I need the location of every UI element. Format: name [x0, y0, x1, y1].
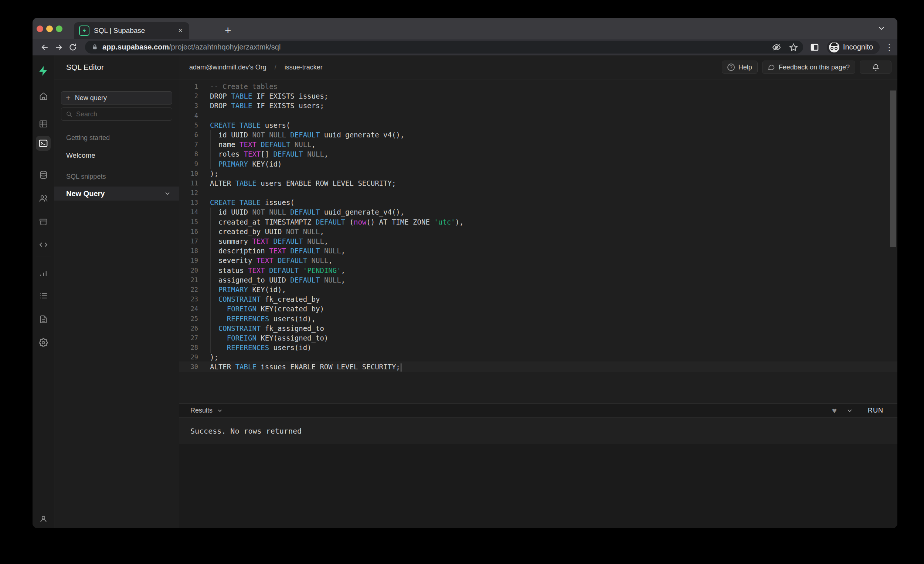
breadcrumb-org[interactable]: adam@windmill.dev's Org — [189, 64, 267, 71]
address-bar[interactable]: app.supabase.com/project/azahtnhqohyjerz… — [85, 40, 803, 54]
sidebar-item-new-query-selected[interactable]: New Query — [54, 187, 179, 200]
code-line[interactable]: 29); — [179, 352, 897, 362]
code-line[interactable]: 18 description TEXT DEFAULT NULL, — [179, 246, 897, 256]
code-line[interactable]: 3DROP TABLE IF EXISTS users; — [179, 101, 897, 111]
code-line[interactable]: 11ALTER TABLE users ENABLE ROW LEVEL SEC… — [179, 178, 897, 188]
sql-code-editor[interactable]: 1-- Create tables2DROP TABLE IF EXISTS i… — [179, 79, 897, 403]
reload-button[interactable] — [66, 41, 80, 54]
code-line[interactable]: 14 id UUID NOT NULL DEFAULT uuid_generat… — [179, 207, 897, 217]
code-line-text: REFERENCES users(id) — [210, 343, 312, 352]
notifications-button[interactable] — [860, 61, 891, 74]
line-number: 8 — [179, 149, 198, 159]
close-window-button[interactable] — [37, 25, 43, 32]
code-line[interactable]: 25 REFERENCES users(id), — [179, 314, 897, 323]
docs-icon[interactable] — [36, 312, 51, 326]
code-line[interactable]: 13CREATE TABLE issues( — [179, 197, 897, 207]
code-line[interactable]: 24 FOREIGN KEY(created_by) — [179, 304, 897, 314]
code-line[interactable]: 9 PRIMARY KEY(id) — [179, 159, 897, 169]
code-line[interactable]: 12 — [179, 188, 897, 197]
code-line[interactable]: 1-- Create tables — [179, 82, 897, 91]
code-line[interactable]: 23 CONSTRAINT fk_created_by — [179, 295, 897, 304]
database-icon[interactable] — [36, 167, 51, 182]
editor-scrollbar-thumb[interactable] — [890, 90, 896, 247]
new-query-button[interactable]: + New query — [61, 91, 172, 105]
code-line-text: created_at TIMESTAMPTZ DEFAULT (now() AT… — [210, 217, 464, 227]
code-line[interactable]: 30ALTER TABLE issues ENABLE ROW LEVEL SE… — [179, 362, 897, 372]
account-user-icon[interactable] — [36, 512, 51, 526]
code-line-text: CONSTRAINT fk_assigned_to — [210, 323, 324, 333]
breadcrumb-project[interactable]: issue-tracker — [285, 64, 322, 71]
line-number: 25 — [179, 314, 198, 323]
sidebar-header: SQL Editor — [54, 55, 179, 79]
plus-icon: + — [66, 93, 70, 103]
code-line[interactable]: 10); — [179, 169, 897, 178]
sql-editor-icon[interactable] — [36, 136, 51, 151]
code-line-text: roles TEXT[] DEFAULT NULL, — [210, 149, 328, 159]
code-line[interactable]: 22 PRIMARY KEY(id), — [179, 285, 897, 295]
bookmark-star-icon[interactable] — [789, 43, 798, 52]
code-line[interactable]: 17 summary TEXT DEFAULT NULL, — [179, 236, 897, 246]
storage-icon[interactable] — [36, 214, 51, 229]
code-line[interactable]: 19 severity TEXT DEFAULT NULL, — [179, 256, 897, 265]
code-line[interactable]: 8 roles TEXT[] DEFAULT NULL, — [179, 149, 897, 159]
code-line-text: ); — [210, 352, 218, 362]
supabase-logo-icon[interactable] — [36, 64, 51, 78]
incognito-badge: Incognito — [827, 40, 880, 54]
results-dropdown[interactable]: Results — [190, 407, 223, 414]
tab-strip: SQL | Supabase × + — [33, 18, 897, 39]
code-line-text: -- Create tables — [210, 82, 278, 91]
code-line-text: CONSTRAINT fk_created_by — [210, 295, 320, 304]
favorite-heart-icon[interactable]: ♥ — [832, 407, 837, 415]
code-line-text: ); — [210, 169, 218, 178]
code-line[interactable]: 7 name TEXT DEFAULT NULL, — [179, 140, 897, 149]
code-line[interactable]: 16 created_by UUID NOT NULL, — [179, 227, 897, 236]
code-line[interactable]: 5CREATE TABLE users( — [179, 120, 897, 130]
tab-search-chevron-icon[interactable] — [878, 24, 885, 33]
settings-gear-icon[interactable] — [36, 335, 51, 350]
table-editor-icon[interactable] — [36, 116, 51, 131]
code-line-text: summary TEXT DEFAULT NULL, — [210, 236, 328, 246]
screen: SQL | Supabase × + app.supabase.com/proj… — [0, 0, 924, 564]
indent-guide — [210, 208, 211, 353]
password-eye-off-icon[interactable] — [772, 43, 781, 52]
code-line[interactable]: 6 id UUID NOT NULL DEFAULT uuid_generate… — [179, 130, 897, 140]
browser-tab[interactable]: SQL | Supabase × — [74, 22, 189, 39]
code-line[interactable]: 4 — [179, 111, 897, 120]
breadcrumb-separator: / — [274, 64, 276, 71]
code-line[interactable]: 20 status TEXT DEFAULT 'PENDING', — [179, 266, 897, 275]
minimize-window-button[interactable] — [46, 25, 53, 32]
api-code-icon[interactable] — [36, 237, 51, 252]
home-icon[interactable] — [36, 89, 51, 103]
side-panel-icon[interactable] — [808, 41, 822, 54]
code-line[interactable]: 26 CONSTRAINT fk_assigned_to — [179, 323, 897, 333]
code-line-text: ALTER TABLE issues ENABLE ROW LEVEL SECU… — [210, 362, 401, 372]
auth-users-icon[interactable] — [36, 191, 51, 206]
search-input[interactable]: Search — [61, 108, 172, 121]
zoom-window-button[interactable] — [56, 25, 63, 32]
line-number: 16 — [179, 227, 198, 236]
url-text: app.supabase.com/project/azahtnhqohyjerz… — [102, 43, 280, 51]
help-button[interactable]: ? Help — [722, 61, 758, 74]
forward-button[interactable] — [52, 41, 66, 54]
sidebar-item-welcome[interactable]: Welcome — [66, 151, 172, 160]
code-line[interactable]: 28 REFERENCES users(id) — [179, 343, 897, 352]
run-options-chevron-icon[interactable] — [846, 407, 853, 414]
code-line[interactable]: 21 assigned_to UUID DEFAULT NULL, — [179, 275, 897, 285]
back-button[interactable] — [38, 41, 52, 54]
feedback-button[interactable]: Feedback on this page? — [762, 61, 855, 74]
code-line[interactable]: 2DROP TABLE IF EXISTS issues; — [179, 91, 897, 101]
code-line-text: ALTER TABLE users ENABLE ROW LEVEL SECUR… — [210, 178, 396, 188]
browser-menu-icon[interactable]: ⋮ — [885, 45, 892, 49]
line-number: 9 — [179, 159, 198, 169]
run-button[interactable]: RUN — [862, 405, 888, 416]
code-line-text: id UUID NOT NULL DEFAULT uuid_generate_v… — [210, 207, 404, 217]
reports-icon[interactable] — [36, 266, 51, 280]
logs-icon[interactable] — [36, 288, 51, 303]
tab-close-icon[interactable]: × — [177, 26, 184, 35]
code-line[interactable]: 15 created_at TIMESTAMPTZ DEFAULT (now()… — [179, 217, 897, 227]
line-number: 11 — [179, 178, 198, 188]
code-line[interactable]: 27 FOREIGN KEY(assigned_to) — [179, 333, 897, 343]
line-number: 14 — [179, 207, 198, 217]
new-tab-button[interactable]: + — [225, 24, 231, 37]
line-number: 15 — [179, 217, 198, 227]
